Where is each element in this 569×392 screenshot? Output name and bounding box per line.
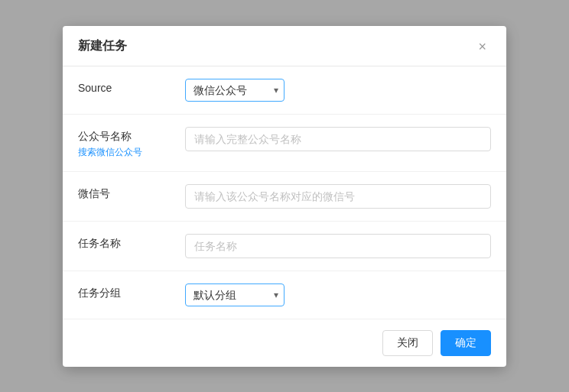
task-name-label: 任务名称 [78,237,185,251]
dialog-header: 新建任务 × [63,26,506,66]
wechat-id-control-col [185,184,491,209]
dialog-footer: 关闭 确定 [63,319,506,367]
task-name-label-col: 任务名称 [78,234,185,251]
task-group-label: 任务分组 [78,287,185,300]
source-control-col: 微信公众号 微博 其他 [185,79,491,102]
dialog-body: Source 微信公众号 微博 其他 公众号名称 搜索微信公众号 [63,66,506,319]
source-row: Source 微信公众号 微博 其他 [63,66,506,115]
search-wechat-link[interactable]: 搜索微信公众号 [78,146,185,159]
dialog-overlay: 新建任务 × Source 微信公众号 微博 其他 [0,0,569,392]
task-group-select-wrapper[interactable]: 默认分组 分组1 分组2 [185,283,284,306]
account-name-control-col [185,127,491,151]
account-name-label-col: 公众号名称 搜索微信公众号 [78,127,185,159]
source-label-col: Source [78,79,185,94]
cancel-button[interactable]: 关闭 [382,330,433,356]
task-group-control-col: 默认分组 分组1 分组2 [185,283,491,306]
confirm-button[interactable]: 确定 [441,330,491,356]
wechat-id-input[interactable] [185,184,491,209]
task-name-control-col [185,234,491,258]
wechat-id-row: 微信号 [63,172,506,222]
close-button[interactable]: × [473,38,491,55]
dialog: 新建任务 × Source 微信公众号 微博 其他 [63,26,506,367]
task-group-label-col: 任务分组 [78,283,185,300]
wechat-id-label: 微信号 [78,187,185,201]
source-label: Source [78,82,185,94]
task-name-row: 任务名称 [63,222,506,271]
source-select-wrapper[interactable]: 微信公众号 微博 其他 [185,79,284,102]
account-name-label: 公众号名称 [78,130,185,144]
task-group-row: 任务分组 默认分组 分组1 分组2 [63,271,506,319]
wechat-id-label-col: 微信号 [78,184,185,201]
account-name-row: 公众号名称 搜索微信公众号 [63,115,506,172]
source-select[interactable]: 微信公众号 微博 其他 [185,79,284,102]
dialog-title: 新建任务 [78,38,127,54]
account-name-input[interactable] [185,127,491,151]
task-name-input[interactable] [185,234,491,258]
task-group-select[interactable]: 默认分组 分组1 分组2 [185,283,284,306]
